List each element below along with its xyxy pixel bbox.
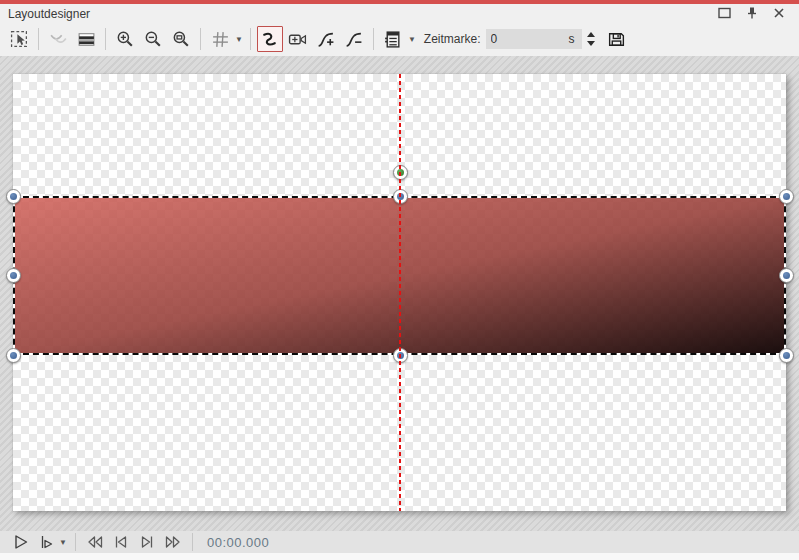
resize-handle-bottom-left[interactable] — [6, 348, 21, 363]
close-icon[interactable] — [771, 5, 787, 21]
smooth-curves-icon[interactable] — [45, 26, 71, 52]
save-disk-icon[interactable] — [604, 26, 630, 52]
remove-keyframe-icon[interactable] — [341, 26, 367, 52]
spinner-down-icon[interactable] — [585, 39, 598, 48]
transport-bar: ▼ 00:00.000 — [0, 531, 799, 553]
time-display: 00:00.000 — [207, 535, 269, 550]
rotation-handle[interactable] — [393, 165, 408, 180]
resize-handle-top-right[interactable] — [779, 189, 794, 204]
resize-handle-middle-right[interactable] — [779, 268, 794, 283]
toolbar-separator — [373, 28, 374, 50]
skip-back-button[interactable] — [82, 532, 108, 552]
zoom-out-icon[interactable] — [140, 26, 166, 52]
select-tool-icon[interactable] — [6, 26, 32, 52]
layoutdesigner-window: Layoutdesigner — [0, 0, 799, 560]
zoom-in-icon[interactable] — [112, 26, 138, 52]
zeitmarke-input[interactable] — [486, 32, 549, 46]
resize-handle-bottom-right[interactable] — [779, 348, 794, 363]
play-button[interactable] — [8, 532, 34, 552]
spinner-up-icon[interactable] — [585, 30, 598, 39]
next-frame-button[interactable] — [134, 532, 160, 552]
stage-background — [0, 56, 799, 531]
camera-pan-icon[interactable] — [285, 26, 311, 52]
resize-handle-top-left[interactable] — [6, 189, 21, 204]
keyframe-list-dropdown-icon[interactable]: ▼ — [408, 35, 416, 44]
toolbar: ▼ — [0, 22, 799, 56]
resize-handle-bottom-center[interactable] — [393, 348, 408, 363]
gradient-rectangle-object[interactable] — [13, 196, 786, 355]
resize-handle-middle-left[interactable] — [6, 268, 21, 283]
restore-window-icon[interactable] — [717, 5, 733, 21]
add-keyframe-icon[interactable] — [313, 26, 339, 52]
toolbar-separator — [250, 28, 251, 50]
layout-canvas[interactable] — [13, 74, 786, 511]
motion-path-icon[interactable] — [257, 26, 283, 52]
pin-icon[interactable] — [744, 5, 760, 21]
titlebar: Layoutdesigner — [0, 4, 799, 23]
window-title: Layoutdesigner — [8, 7, 90, 21]
zeitmarke-spinner — [585, 30, 598, 48]
play-from-timemark-button[interactable] — [34, 532, 58, 552]
skip-forward-button[interactable] — [160, 532, 186, 552]
transport-separator — [192, 533, 193, 551]
bottom-strip — [0, 553, 799, 560]
resize-handle-top-center[interactable] — [393, 189, 408, 204]
toolbar-separator — [105, 28, 106, 50]
layers-icon[interactable] — [73, 26, 99, 52]
play-options-dropdown-icon[interactable]: ▼ — [59, 538, 67, 547]
zoom-fit-icon[interactable] — [168, 26, 194, 52]
keyframe-list-icon[interactable] — [380, 26, 406, 52]
transport-separator — [75, 533, 76, 551]
zeitmarke-field: s — [486, 29, 582, 49]
toolbar-separator — [38, 28, 39, 50]
prev-frame-button[interactable] — [108, 532, 134, 552]
grid-icon[interactable] — [207, 26, 233, 52]
zeitmarke-label: Zeitmarke: — [424, 32, 481, 46]
toolbar-separator — [200, 28, 201, 50]
grid-dropdown-icon[interactable]: ▼ — [235, 35, 243, 44]
zeitmarke-unit: s — [569, 32, 575, 46]
